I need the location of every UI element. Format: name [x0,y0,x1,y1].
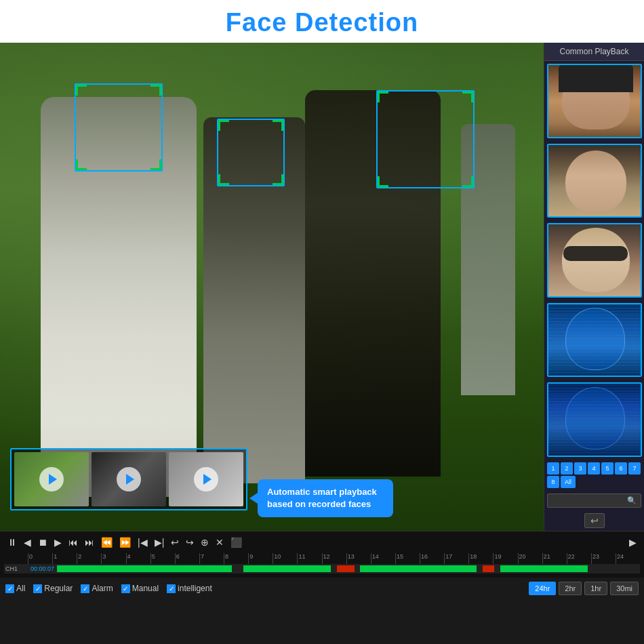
filter-all[interactable]: ✓ All [5,584,25,593]
filter-alarm[interactable]: ✓ Alarm [81,584,113,593]
face-panel-4[interactable] [547,303,642,378]
filter-regular-label: Regular [44,584,73,593]
channel-btn-3[interactable]: 3 [574,462,586,475]
filter-manual[interactable]: ✓ Manual [121,584,159,593]
face-panel-5[interactable] [547,382,642,457]
face-detect-box-1 [75,83,163,172]
repeat-button[interactable]: ↪ [184,536,196,549]
forward-play-button[interactable]: ▶ [627,536,639,549]
corner-bl-1 [76,159,87,170]
corner-tl-2 [218,120,229,131]
filter-intelligent-label: intelligent [178,584,212,593]
corner-tl-3 [378,92,388,102]
next-frame-button[interactable]: ⏭ [83,536,96,549]
time-btn-2hr[interactable]: 2hr [559,582,582,595]
tick-18: 18 [468,553,493,564]
tick-3: 3 [101,553,125,564]
tick-11: 11 [297,553,321,564]
tick-16: 16 [420,553,444,564]
face-detect-box-2 [217,119,285,186]
next-day-button[interactable]: ▶| [153,536,167,549]
face-panel-2[interactable] [547,144,642,218]
tick-7: 7 [199,553,224,564]
add-button[interactable]: ⊕ [199,536,211,549]
play-btn-2[interactable] [117,467,141,491]
channel-btn-4[interactable]: 4 [588,462,600,475]
channel-btn-1[interactable]: 1 [547,462,559,475]
channel-btn-2[interactable]: 2 [561,462,573,475]
face-panel-3[interactable] [547,223,642,298]
thumb-3[interactable] [169,452,243,506]
controls-bar: ⏸ ◀ ⏹ ▶ ⏮ ⏭ ⏪ ⏩ |◀ ▶| ↩ ↪ ⊕ ✕ ⬛ ▶ [0,531,644,553]
snapshot-button[interactable]: ⬛ [228,536,244,549]
channel-btn-8[interactable]: 8 [547,476,559,488]
skip-fwd-button[interactable]: ⏩ [117,536,133,549]
filter-regular[interactable]: ✓ Regular [33,584,73,593]
filter-checks: ✓ All ✓ Regular ✓ Alarm ✓ Manual ✓ intel… [5,584,212,593]
rewind-button[interactable]: ◀ [22,536,33,549]
tick-8: 8 [224,553,248,564]
timeline-ruler: 0 1 2 3 4 5 6 7 8 9 10 11 12 13 14 15 16… [4,553,640,564]
tick-9: 9 [248,553,273,564]
skip-back-button[interactable]: ⏪ [99,536,115,549]
tick-1: 1 [52,553,77,564]
time-btn-30mi[interactable]: 30mi [610,582,639,595]
prev-day-button[interactable]: |◀ [136,536,150,549]
checkbox-alarm[interactable]: ✓ [81,584,89,593]
play-btn-3[interactable] [194,467,218,491]
corner-tr-3 [462,92,473,102]
thumb-2[interactable] [92,452,166,506]
play-btn-1[interactable] [39,467,64,491]
segment-green-2 [243,565,331,572]
corner-tr-1 [150,85,161,96]
channel-buttons: 1 2 3 4 5 6 7 8 All [544,460,644,491]
ruler-ticks: 0 1 2 3 4 5 6 7 8 9 10 11 12 13 14 15 16… [28,553,640,564]
corner-bl-2 [218,174,229,185]
refresh-button[interactable]: ↩ [584,513,605,528]
checkbox-manual[interactable]: ✓ [121,584,130,593]
segment-green-4 [500,565,588,572]
checkmark-alarm: ✓ [83,585,88,592]
corner-br-3 [462,176,473,187]
play-icon-3 [203,474,212,485]
timeline-area: 0 1 2 3 4 5 6 7 8 9 10 11 12 13 14 15 16… [0,553,644,578]
checkbox-intelligent[interactable]: ✓ [167,584,176,593]
filter-bar: ✓ All ✓ Regular ✓ Alarm ✓ Manual ✓ intel… [0,578,644,599]
play-button[interactable]: ▶ [52,536,64,549]
segment-red-1 [337,565,355,572]
filter-intelligent[interactable]: ✓ intelligent [167,584,212,593]
corner-tr-2 [273,120,283,131]
thumb-1[interactable] [14,452,89,506]
channel-btn-7[interactable]: 7 [628,462,641,475]
track-bar[interactable] [57,565,640,572]
loop-button[interactable]: ↩ [169,536,181,549]
time-btn-24hr[interactable]: 24hr [529,582,556,595]
checkmark-all: ✓ [7,585,13,592]
face-panel-1[interactable] [547,64,642,138]
face-lines-4 [548,304,641,376]
tick-24: 24 [616,553,640,564]
stop-button[interactable]: ⏹ [36,536,49,549]
tick-6: 6 [175,553,199,564]
timeline-track[interactable]: CH1 00:00:07 [4,564,640,573]
tick-22: 22 [567,553,591,564]
segment-red-2 [483,565,494,572]
channel-btn-5[interactable]: 5 [601,462,613,475]
prev-frame-button[interactable]: ⏮ [66,536,80,549]
callout-bubble: Automatic smart playback based on record… [258,479,393,517]
corner-br-1 [150,159,161,170]
page-header: Face Detection [0,0,644,43]
checkbox-regular[interactable]: ✓ [33,584,42,593]
pause-button[interactable]: ⏸ [5,536,19,549]
channel-btn-6[interactable]: 6 [615,462,627,475]
tick-15: 15 [395,553,420,564]
time-btn-1hr[interactable]: 1hr [584,582,607,595]
tick-5: 5 [150,553,175,564]
search-button[interactable]: 🔍 [547,494,641,508]
channel-btn-all[interactable]: All [561,476,576,488]
hat-1 [559,65,633,92]
checkmark-intelligent: ✓ [169,585,174,592]
remove-button[interactable]: ✕ [214,536,226,549]
face-oval-2 [565,150,626,213]
checkbox-all[interactable]: ✓ [5,584,14,593]
